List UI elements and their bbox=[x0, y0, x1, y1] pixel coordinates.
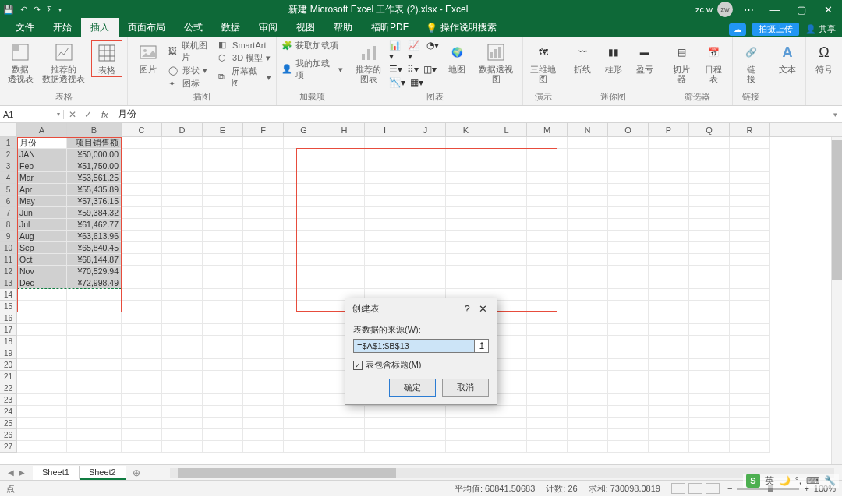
cell[interactable] bbox=[122, 418, 162, 429]
cell[interactable] bbox=[67, 301, 122, 312]
cell[interactable] bbox=[486, 196, 527, 207]
cell[interactable] bbox=[365, 418, 405, 429]
cell[interactable] bbox=[243, 394, 284, 406]
cell[interactable] bbox=[17, 312, 67, 324]
cell[interactable] bbox=[122, 347, 162, 359]
row-header[interactable]: 3 bbox=[0, 160, 17, 172]
cell[interactable] bbox=[203, 172, 243, 184]
ime-lang[interactable]: 英 bbox=[765, 474, 774, 488]
cell[interactable] bbox=[324, 266, 365, 277]
sparkline-column-button[interactable]: ▮▮柱形 bbox=[600, 40, 627, 76]
cell[interactable] bbox=[649, 242, 689, 254]
row-header[interactable]: 27 bbox=[0, 441, 17, 453]
cell[interactable] bbox=[730, 149, 770, 160]
cell[interactable] bbox=[730, 441, 770, 453]
cell[interactable] bbox=[17, 418, 67, 429]
cell[interactable] bbox=[67, 429, 122, 441]
cell[interactable] bbox=[730, 254, 770, 266]
cell[interactable] bbox=[243, 312, 284, 324]
fx-icon[interactable]: fx bbox=[97, 110, 113, 119]
row-header[interactable]: 10 bbox=[0, 242, 17, 254]
row-header[interactable]: 5 bbox=[0, 184, 17, 196]
col-header-O[interactable]: O bbox=[608, 123, 649, 136]
cell[interactable] bbox=[243, 441, 284, 453]
cell[interactable] bbox=[122, 301, 162, 312]
cell[interactable] bbox=[243, 149, 284, 160]
cell[interactable] bbox=[730, 359, 770, 371]
smartart-button[interactable]: ◧SmartArt bbox=[218, 40, 271, 51]
cell[interactable]: ¥72,998.49 bbox=[67, 277, 122, 289]
cell[interactable] bbox=[162, 172, 203, 184]
cell[interactable] bbox=[689, 137, 730, 149]
cell[interactable] bbox=[730, 242, 770, 254]
cell[interactable] bbox=[730, 172, 770, 184]
col-header-D[interactable]: D bbox=[162, 123, 203, 136]
cell[interactable] bbox=[203, 149, 243, 160]
cell[interactable] bbox=[324, 429, 365, 441]
recommended-charts-button[interactable]: 推荐的 图表 bbox=[353, 40, 384, 85]
pivot-table-button[interactable]: 数据 透视表 bbox=[5, 40, 36, 85]
cell[interactable] bbox=[122, 277, 162, 289]
cell[interactable] bbox=[324, 441, 365, 453]
cell[interactable] bbox=[568, 394, 608, 406]
cell[interactable] bbox=[162, 441, 203, 453]
cell[interactable] bbox=[203, 336, 243, 347]
cell[interactable]: ¥68,144.87 bbox=[67, 254, 122, 266]
cell[interactable] bbox=[243, 406, 284, 418]
cell[interactable] bbox=[324, 418, 365, 429]
row-header[interactable]: 7 bbox=[0, 207, 17, 219]
cell[interactable] bbox=[730, 371, 770, 382]
recommended-pivot-button[interactable]: 推荐的 数据透视表 bbox=[41, 40, 87, 85]
cell[interactable] bbox=[527, 160, 568, 172]
cell[interactable]: Nov bbox=[17, 266, 67, 277]
cell[interactable] bbox=[162, 266, 203, 277]
cell[interactable]: ¥63,613.96 bbox=[67, 231, 122, 242]
cell[interactable]: Dec bbox=[17, 277, 67, 289]
ok-button[interactable]: 确定 bbox=[389, 379, 436, 397]
cell[interactable] bbox=[284, 371, 324, 382]
col-header-N[interactable]: N bbox=[568, 123, 608, 136]
cell[interactable] bbox=[608, 207, 649, 219]
cell[interactable] bbox=[608, 160, 649, 172]
cell[interactable] bbox=[568, 301, 608, 312]
cell[interactable] bbox=[446, 418, 486, 429]
cell[interactable] bbox=[284, 359, 324, 371]
cell[interactable] bbox=[486, 242, 527, 254]
cell[interactable] bbox=[243, 231, 284, 242]
formula-input[interactable]: 月份 bbox=[113, 107, 829, 121]
cell[interactable] bbox=[689, 207, 730, 219]
cell[interactable] bbox=[17, 301, 67, 312]
cell[interactable] bbox=[527, 441, 568, 453]
surface-chart-icon[interactable]: ▦▾ bbox=[410, 77, 423, 88]
cell[interactable] bbox=[486, 266, 527, 277]
cell[interactable] bbox=[608, 371, 649, 382]
cell[interactable] bbox=[608, 336, 649, 347]
cell[interactable] bbox=[608, 242, 649, 254]
cell[interactable] bbox=[203, 406, 243, 418]
col-header-A[interactable]: A bbox=[17, 123, 67, 136]
row-header[interactable]: 24 bbox=[0, 406, 17, 418]
cell[interactable] bbox=[486, 406, 527, 418]
cell[interactable] bbox=[162, 418, 203, 429]
cell[interactable] bbox=[203, 301, 243, 312]
cell[interactable] bbox=[284, 406, 324, 418]
col-header-M[interactable]: M bbox=[527, 123, 568, 136]
cell[interactable] bbox=[122, 336, 162, 347]
cell[interactable] bbox=[203, 289, 243, 301]
cancel-formula-icon[interactable]: ✕ bbox=[69, 109, 76, 120]
cell[interactable] bbox=[486, 254, 527, 266]
cell[interactable] bbox=[446, 184, 486, 196]
cell[interactable] bbox=[122, 172, 162, 184]
cell[interactable] bbox=[649, 394, 689, 406]
cell[interactable] bbox=[608, 219, 649, 231]
row-header[interactable]: 8 bbox=[0, 219, 17, 231]
cell[interactable] bbox=[568, 324, 608, 336]
range-picker-icon[interactable]: ↥ bbox=[474, 340, 488, 352]
hier-chart-icon[interactable]: ☰▾ bbox=[389, 64, 402, 75]
cell[interactable] bbox=[162, 196, 203, 207]
cell[interactable]: ¥70,529.94 bbox=[67, 266, 122, 277]
cell[interactable] bbox=[365, 219, 405, 231]
cell[interactable] bbox=[203, 394, 243, 406]
cell[interactable] bbox=[365, 231, 405, 242]
cell[interactable] bbox=[67, 312, 122, 324]
